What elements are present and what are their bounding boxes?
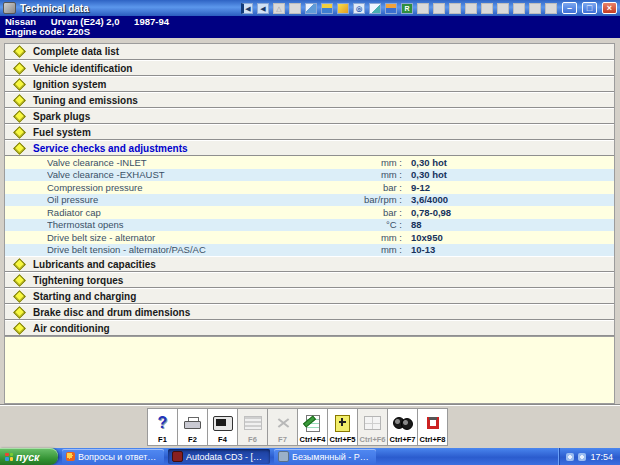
fn-key-label: Ctrl+F4 [299,435,325,444]
diamond-icon [13,78,26,91]
window-icon[interactable] [465,3,477,14]
tools-icon[interactable] [529,3,541,14]
map-icon[interactable] [305,3,317,14]
user-icon[interactable] [449,3,461,14]
fn-key-label: Ctrl+F8 [419,435,445,444]
row-label: Valve clearance -INLET [47,157,347,168]
section-ignition-system[interactable]: Ignition system [5,76,614,92]
clamp-button[interactable]: Ctrl+F8 [417,408,448,446]
row-value: 10x950 [411,232,443,243]
row-value: 3,6/4000 [411,194,448,205]
note-pencil-icon [306,415,320,432]
diamond-icon [13,45,26,58]
row-label: Radiator cap [47,207,347,218]
row-unit: mm : [347,232,402,243]
minimize-button[interactable]: – [562,2,577,14]
taskbar-item-autodata[interactable]: Autodata CD3 - [Mod... [168,449,270,464]
section-service-checks[interactable]: Service checks and adjustments [5,140,614,156]
diamond-icon [13,258,26,271]
tools-button-disabled: F7 [267,408,298,446]
row-label: Drive belt tension - alternator/PAS/AC [47,244,347,255]
section-label: Air conditioning [33,323,110,334]
taskbar-item-paint[interactable]: Безымянный - Paint... [274,449,376,464]
volume-icon[interactable] [566,453,574,461]
function-toolbar: ? F1 F2 F4 F6 F7 Ctrl+F4 Ctrl+F5 [0,404,620,448]
task-label: Безымянный - Paint... [292,452,372,462]
car-icon[interactable] [481,3,493,14]
wheels-button[interactable]: Ctrl+F7 [387,408,418,446]
section-air-conditioning[interactable]: Air conditioning [5,320,614,336]
section-complete-data-list[interactable]: Complete data list [5,44,614,60]
close-button[interactable]: × [602,2,617,14]
restore-button[interactable]: □ [582,2,597,14]
graph-icon[interactable] [497,3,509,14]
fn-key-label: Ctrl+F6 [359,435,385,444]
service-schedule-button[interactable]: Ctrl+F5 [327,408,358,446]
section-lubricants[interactable]: Lubricants and capacities [5,256,614,272]
row-value: 10-13 [411,244,435,255]
section-tuning-and-emissions[interactable]: Tuning and emissions [5,92,614,108]
fn-key-label: Ctrl+F7 [389,435,415,444]
section-tightening-torques[interactable]: Tightening torques [5,272,614,288]
section-fuel-system[interactable]: Fuel system [5,124,614,140]
brush-icon[interactable] [433,3,445,14]
section-spark-plugs[interactable]: Spark plugs [5,108,614,124]
chart-icon[interactable] [385,3,397,14]
row-unit: bar/rpm : [347,194,402,205]
section-label: Service checks and adjustments [33,143,188,154]
vehicle-header: Nissan Urvan (E24) 2,0 1987-94 Engine co… [0,16,620,38]
nav-back-icon[interactable]: ◀ [257,3,269,14]
compass-icon[interactable]: ◎ [353,3,365,14]
row-unit: mm : [347,244,402,255]
system-tray: 17:54 [558,448,620,465]
engine-code: Engine code: Z20S [5,26,90,37]
fn-key-label: F6 [248,435,257,444]
data-list-panel: Complete data list Vehicle identificatio… [4,43,615,404]
bulb-icon[interactable] [513,3,525,14]
globe-icon[interactable] [321,3,333,14]
warning-icon[interactable]: △ [273,3,285,14]
help-button[interactable]: ? F1 [147,408,178,446]
paint-icon[interactable] [337,3,349,14]
row-value: 9-12 [411,182,430,193]
section-starting-and-charging[interactable]: Starting and charging [5,288,614,304]
text-button-disabled: F6 [237,408,268,446]
notes-button[interactable]: Ctrl+F4 [297,408,328,446]
table-row: Drive belt size - alternator mm : 10x950 [5,231,614,244]
section-vehicle-identification[interactable]: Vehicle identification [5,60,614,76]
row-unit: bar : [347,182,402,193]
repair-manual-icon[interactable]: R [401,3,413,14]
diamond-icon [13,142,26,155]
hammer-icon[interactable] [417,3,429,14]
crossed-tools-icon [275,417,291,429]
section-label: Brake disc and drum dimensions [33,307,190,318]
autodata-icon [172,451,183,462]
row-label: Thermostat opens [47,219,347,230]
start-button[interactable]: пуск [0,448,58,465]
list-icon[interactable] [289,3,301,14]
table-row: Compression pressure bar : 9-12 [5,181,614,194]
fn-key-label: F7 [278,435,287,444]
nav-first-icon[interactable]: ◀ [241,3,253,14]
section-label: Lubricants and capacities [33,259,156,270]
row-value: 0,78-0,98 [411,207,451,218]
fn-key-label: Ctrl+F5 [329,435,355,444]
section-label: Vehicle identification [33,63,132,74]
section-brake-dimensions[interactable]: Brake disc and drum dimensions [5,304,614,320]
row-label: Compression pressure [47,182,347,193]
wiring-diagrams-icon[interactable] [369,3,381,14]
print-button[interactable]: F2 [177,408,208,446]
row-unit: °C : [347,219,402,230]
network-icon[interactable] [578,453,586,461]
grid-icon[interactable] [545,3,557,14]
section-label: Ignition system [33,79,106,90]
screen-button[interactable]: F4 [207,408,238,446]
row-label: Drive belt size - alternator [47,232,347,243]
diamond-icon [13,274,26,287]
section-label: Tightening torques [33,275,123,286]
diamond-icon [13,94,26,107]
row-value: 0,30 hot [411,169,447,180]
table-row: Oil pressure bar/rpm : 3,6/4000 [5,194,614,207]
app-icon [3,2,16,14]
taskbar-item-browser[interactable]: Вопросы и ответы п... [62,449,164,464]
